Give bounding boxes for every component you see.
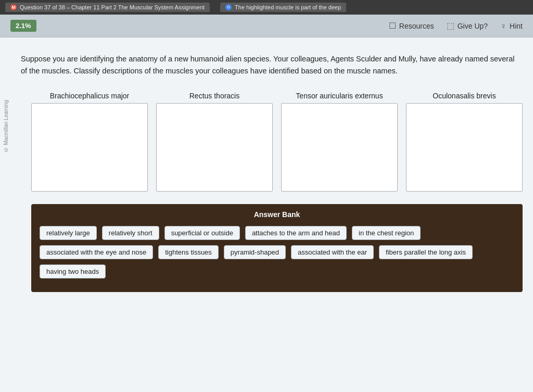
chip-having-two-heads[interactable]: having two heads [40,264,106,279]
chip-tightens-tissues[interactable]: tightens tissues [158,245,219,259]
answer-bank-row-2: associated with the eye and nose tighten… [40,245,514,259]
tab-google[interactable]: G The highlighted muscle is part of the … [220,3,346,12]
watermark: © Macmillan Learning [3,100,9,153]
hint-label: Hint [510,22,523,30]
chip-fibers-long-axis[interactable]: fibers parallel the long axis [379,245,473,259]
resources-label: Resources [399,22,434,30]
chip-associated-ear[interactable]: associated with the ear [291,245,374,259]
answer-bank-row-1: relatively large relatively short superf… [40,226,514,240]
chip-chest-region[interactable]: in the chest region [352,226,421,240]
column-label-4: Oculonasalis brevis [433,92,496,100]
score-badge: 2.1% [10,20,36,32]
resources-button[interactable]: ☐ Resources [389,21,434,31]
columns-section: Brachiocephalicus major Rectus thoracis … [31,92,523,192]
answer-bank-row-3: having two heads [40,264,514,279]
drop-box-4[interactable] [406,103,523,192]
hint-icon: ♀ [500,21,506,31]
main-content: © Macmillan Learning Suppose you are ide… [0,37,533,392]
drop-box-2[interactable] [156,103,273,192]
header-bar: 2.1% ☐ Resources ⬚ Give Up? ♀ Hint [0,15,533,37]
column-label-3: Tensor auricularis externus [296,92,383,100]
chip-superficial-outside[interactable]: superficial or outside [164,226,240,240]
give-up-button[interactable]: ⬚ Give Up? [447,21,488,31]
google-icon: G [225,4,232,10]
chip-relatively-short[interactable]: relatively short [102,226,159,240]
chip-pyramid-shaped[interactable]: pyramid-shaped [224,245,286,259]
column-tensor: Tensor auricularis externus [281,92,398,192]
header-actions: ☐ Resources ⬚ Give Up? ♀ Hint [389,21,523,31]
tab-macmillan[interactable]: M Question 37 of 38 – Chapter 11 Part 2 … [5,3,210,12]
give-up-icon: ⬚ [447,21,454,31]
chip-attaches-arm-head[interactable]: attaches to the arm and head [245,226,347,240]
column-brachiocephalicus: Brachiocephalicus major [31,92,148,192]
resources-icon: ☐ [389,21,396,31]
macmillan-icon: M [10,4,17,10]
drop-box-3[interactable] [281,103,398,192]
drop-box-1[interactable] [31,103,148,192]
question-text: Suppose you are identifying the anatomy … [21,53,521,77]
browser-bar: M Question 37 of 38 – Chapter 11 Part 2 … [0,0,533,15]
column-label-2: Rectus thoracis [189,92,239,100]
column-label-1: Brachiocephalicus major [50,92,130,100]
tab1-text: Question 37 of 38 – Chapter 11 Part 2 Th… [20,4,205,10]
tab2-text: The highlighted muscle is part of the de… [235,4,341,10]
answer-bank-title: Answer Bank [40,210,514,219]
give-up-label: Give Up? [458,22,488,30]
column-rectus: Rectus thoracis [156,92,273,192]
chip-eye-nose[interactable]: associated with the eye and nose [40,245,153,259]
column-oculonasalis: Oculonasalis brevis [406,92,523,192]
answer-bank: Answer Bank relatively large relatively … [31,204,523,292]
chip-relatively-large[interactable]: relatively large [40,226,97,240]
hint-button[interactable]: ♀ Hint [500,21,523,31]
